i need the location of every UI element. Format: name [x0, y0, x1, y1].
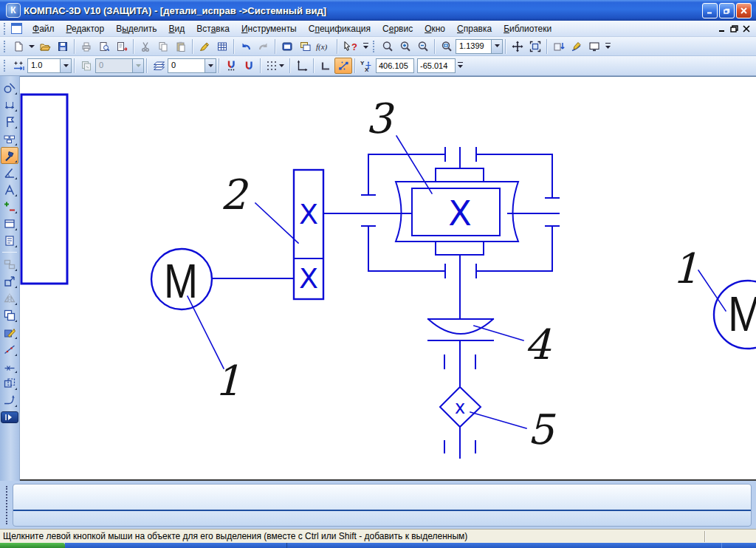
- mdi-close-button[interactable]: [743, 25, 750, 32]
- menu-item-6[interactable]: Инструменты: [236, 21, 303, 36]
- local-cs-button[interactable]: [293, 58, 311, 74]
- view-overflow-button[interactable]: [603, 38, 613, 55]
- state-toolbar-grip[interactable]: [4, 60, 7, 72]
- open-folder-button[interactable]: [36, 38, 54, 55]
- position-1-right[interactable]: 1: [672, 244, 698, 292]
- position-1-left[interactable]: 1: [214, 357, 241, 405]
- snap-points-button[interactable]: [334, 58, 352, 74]
- trim-tool[interactable]: [1, 340, 18, 357]
- designations-tool[interactable]: [1, 113, 18, 130]
- variables-button[interactable]: [296, 38, 314, 55]
- menu-item-1[interactable]: Файл: [27, 21, 61, 36]
- menu-item-2[interactable]: Редактор: [61, 21, 111, 36]
- page-setup-button[interactable]: [113, 38, 131, 55]
- redraw-button[interactable]: [568, 38, 585, 55]
- panel-expander-button[interactable]: [1, 411, 18, 423]
- paste-button[interactable]: [172, 38, 190, 55]
- restore-button[interactable]: [719, 3, 735, 18]
- grid-button[interactable]: [264, 58, 287, 74]
- leader-lines[interactable]: [188, 136, 726, 428]
- fit-screen-button[interactable]: [526, 38, 544, 55]
- zoom-dropdown-icon[interactable]: [491, 40, 502, 53]
- cut-button[interactable]: [137, 38, 154, 55]
- snap-magnet-button[interactable]: [240, 58, 258, 74]
- copy-button[interactable]: [154, 38, 172, 55]
- app-logo-icon[interactable]: К: [6, 3, 21, 18]
- layer-combo[interactable]: 0: [168, 58, 216, 73]
- taskbar-strip[interactable]: [65, 543, 756, 548]
- menu-item-11[interactable]: Библиотеки: [498, 21, 557, 36]
- select-tool[interactable]: [1, 181, 18, 198]
- snap-setup-magnet-button[interactable]: [222, 58, 240, 74]
- layers-button[interactable]: [150, 58, 168, 74]
- move-tool[interactable]: [1, 256, 18, 273]
- start-button[interactable]: [0, 543, 65, 548]
- curve-arrow-tool[interactable]: [1, 391, 18, 408]
- step-dropdown-icon[interactable]: [60, 59, 71, 72]
- menubar-grip[interactable]: [4, 23, 7, 35]
- menu-item-7[interactable]: Спецификация: [303, 21, 377, 36]
- dimensions-tool[interactable]: [1, 96, 18, 113]
- scale-tool[interactable]: [1, 273, 18, 290]
- worm-gear-symbol[interactable]: [396, 148, 518, 319]
- worm-x[interactable]: X: [448, 193, 472, 233]
- update-image-button[interactable]: [550, 38, 568, 55]
- coupling-x[interactable]: x: [455, 397, 465, 418]
- help-pointer-button[interactable]: ?: [340, 38, 361, 55]
- position-3[interactable]: 3: [365, 95, 394, 143]
- step-combo[interactable]: 1.0: [27, 58, 72, 73]
- menu-item-5[interactable]: Вставка: [190, 21, 236, 36]
- print-button[interactable]: [78, 38, 95, 55]
- view-toolbar-grip[interactable]: [373, 41, 377, 52]
- geometry-tool[interactable]: [1, 79, 18, 96]
- new-document-button[interactable]: [10, 38, 27, 55]
- cursor-step-button[interactable]: [10, 58, 27, 74]
- collect-tool[interactable]: [1, 374, 18, 391]
- state-overflow-button[interactable]: [456, 58, 465, 74]
- sheet-frame-fragment[interactable]: [21, 95, 67, 284]
- mirror-tool[interactable]: [1, 290, 18, 306]
- menu-item-10[interactable]: Справка: [451, 21, 498, 36]
- x-coordinate-field[interactable]: [376, 58, 414, 73]
- drawing-canvas[interactable]: X X X x M M 1 2 3 4 5 1: [20, 76, 756, 481]
- editing-tool[interactable]: [1, 130, 18, 147]
- zoom-scale-button[interactable]: [438, 38, 456, 55]
- redo-button[interactable]: [255, 38, 272, 55]
- window-manager-button[interactable]: [278, 38, 296, 55]
- format-painter-button[interactable]: [196, 38, 213, 55]
- screen-view-button[interactable]: [585, 38, 603, 55]
- zoom-out-button[interactable]: [414, 38, 432, 55]
- motor-left-label[interactable]: M: [164, 255, 198, 308]
- parametrize-tool[interactable]: [1, 164, 18, 181]
- position-4[interactable]: 4: [524, 321, 551, 369]
- break-tool[interactable]: [1, 357, 18, 374]
- copy-tool[interactable]: [1, 306, 18, 323]
- position-5[interactable]: 5: [527, 405, 556, 453]
- fx-button[interactable]: f(x): [314, 38, 334, 55]
- bevel-element-symbol[interactable]: [428, 319, 493, 340]
- properties-table-button[interactable]: [213, 38, 231, 55]
- hatch-tool[interactable]: [1, 323, 18, 340]
- new-dropdown-button[interactable]: [27, 38, 36, 55]
- menu-item-4[interactable]: Вид: [163, 21, 191, 36]
- close-button[interactable]: [736, 3, 752, 18]
- menu-item-3[interactable]: Выделить: [110, 21, 162, 36]
- zoom-frame-button[interactable]: [379, 38, 396, 55]
- views-list-button[interactable]: [78, 58, 95, 74]
- zoom-combo[interactable]: 1.1399: [456, 39, 503, 54]
- position-2[interactable]: 2: [220, 171, 249, 219]
- mdi-minimize-button[interactable]: [718, 25, 726, 32]
- property-panel-body[interactable]: [13, 484, 752, 527]
- gearbox-x-lower[interactable]: X: [299, 262, 318, 295]
- gearbox-x-upper[interactable]: X: [299, 198, 318, 230]
- ortho-button[interactable]: [317, 58, 334, 74]
- layer-dropdown-icon[interactable]: [205, 59, 216, 72]
- save-floppy-button[interactable]: [54, 38, 72, 55]
- menu-item-9[interactable]: Окно: [419, 21, 451, 36]
- pan-button[interactable]: [509, 38, 526, 55]
- minimize-button[interactable]: [702, 3, 718, 18]
- motor-right-label[interactable]: M: [728, 287, 756, 341]
- property-panel-grip[interactable]: [6, 486, 9, 524]
- spec-tool[interactable]: [1, 198, 18, 215]
- y-coordinate-field[interactable]: [417, 58, 456, 73]
